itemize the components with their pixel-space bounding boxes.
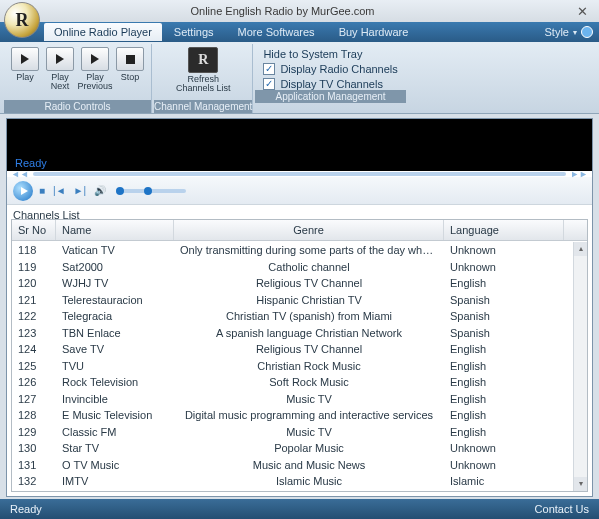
play-icon [91,54,99,64]
group-application-management: Hide to System Tray Display Radio Channe… [255,44,405,113]
transport-next-icon[interactable]: ►| [72,185,89,196]
table-row[interactable]: 129Classic FMMusic TVEnglish [12,424,573,441]
display-tv-checkbox[interactable]: Display TV Channels [263,78,397,90]
table-row[interactable]: 124Save TVReligious TV ChannelEnglish [12,341,573,358]
transport-play-button[interactable] [13,181,33,201]
tab-buy-hardware[interactable]: Buy Hardware [327,23,421,41]
play-icon [56,54,64,64]
player-status: Ready [15,157,47,169]
scroll-down-icon[interactable]: ▾ [574,477,587,491]
contact-us-link[interactable]: Contact Us [535,503,589,515]
table-row[interactable]: 123TBN EnlaceA spanish language Christia… [12,325,573,342]
chevron-down-icon: ▾ [573,28,577,37]
seek-bar[interactable] [33,172,566,176]
grid-body[interactable]: 118Vatican TVOnly transmitting during so… [12,242,573,491]
table-row[interactable]: 118Vatican TVOnly transmitting during so… [12,242,573,259]
table-row[interactable]: 132IMTVIslamic MusicIslamic [12,473,573,490]
scroll-up-icon[interactable]: ▴ [574,242,587,256]
window-title: Online English Radio by MurGee.com [0,5,565,17]
transport-stop-icon[interactable]: ■ [37,185,47,196]
stop-icon [126,55,135,64]
col-name[interactable]: Name [56,220,174,240]
table-row[interactable]: 126Rock TelevisionSoft Rock MusicEnglish [12,374,573,391]
tab-settings[interactable]: Settings [162,23,226,41]
table-row[interactable]: 133Hit StationMusic TV ChannelUnknown [12,490,573,492]
table-row[interactable]: 130Star TVPopolar MusicUnknown [12,440,573,457]
video-display: Ready [7,119,592,171]
transport-mute-icon[interactable]: 🔊 [92,185,108,196]
refresh-channels-button[interactable]: R Refresh Channels List [173,46,233,100]
style-menu[interactable]: Style ▾ [539,26,599,38]
table-row[interactable]: 128E Music TelevisionDigital music progr… [12,407,573,424]
checkbox-icon [263,63,275,75]
table-row[interactable]: 121TelerestauracionHispanic Christian TV… [12,292,573,309]
refresh-icon: R [188,47,218,73]
hide-to-tray-link[interactable]: Hide to System Tray [263,48,397,60]
status-left: Ready [10,503,42,515]
channels-grid: Sr No Name Genre Language 118Vatican TVO… [11,219,588,492]
status-bar: Ready Contact Us [0,499,599,519]
content-frame: Ready ◄◄ ►► ■ |◄ ►| 🔊 Channels List Sr N… [6,118,593,497]
table-row[interactable]: 120WJHJ TVReligious TV ChannelEnglish [12,275,573,292]
table-row[interactable]: 119Sat2000Catholic channelUnknown [12,259,573,276]
play-previous-button[interactable]: Play Previous [78,46,112,100]
col-language[interactable]: Language [444,220,564,240]
help-icon[interactable] [581,26,593,38]
group-label: Application Management [255,90,405,103]
group-label: Channel Management [154,100,252,113]
grid-header: Sr No Name Genre Language [12,220,587,241]
stop-button[interactable]: Stop [113,46,147,100]
play-icon [21,54,29,64]
group-radio-controls: Play Play Next Play Previous Stop Radio … [4,44,152,113]
close-icon[interactable]: ✕ [565,4,599,19]
col-srno[interactable]: Sr No [12,220,56,240]
group-label: Radio Controls [4,100,151,113]
transport-bar: ■ |◄ ►| 🔊 [7,177,592,205]
tab-more-softwares[interactable]: More Softwares [226,23,327,41]
checkbox-icon [263,78,275,90]
play-next-button[interactable]: Play Next [43,46,77,100]
col-genre[interactable]: Genre [174,220,444,240]
tab-online-radio-player[interactable]: Online Radio Player [44,23,162,41]
group-channel-management: R Refresh Channels List Channel Manageme… [154,44,253,113]
table-row[interactable]: 131O TV MusicMusic and Music NewsUnknown [12,457,573,474]
title-bar: Online English Radio by MurGee.com ✕ [0,0,599,22]
app-logo: R [4,2,40,38]
transport-prev-icon[interactable]: |◄ [51,185,68,196]
table-row[interactable]: 127InvincibleMusic TVEnglish [12,391,573,408]
volume-slider[interactable] [116,189,186,193]
play-button[interactable]: Play [8,46,42,100]
menu-strip: Online Radio Player Settings More Softwa… [0,22,599,42]
vertical-scrollbar[interactable]: ▴ ▾ [573,242,587,491]
ribbon: Play Play Next Play Previous Stop Radio … [0,42,599,114]
table-row[interactable]: 125TVUChristian Rock MusicEnglish [12,358,573,375]
display-radio-checkbox[interactable]: Display Radio Channels [263,63,397,75]
table-row[interactable]: 122TelegraciaChristian TV (spanish) from… [12,308,573,325]
